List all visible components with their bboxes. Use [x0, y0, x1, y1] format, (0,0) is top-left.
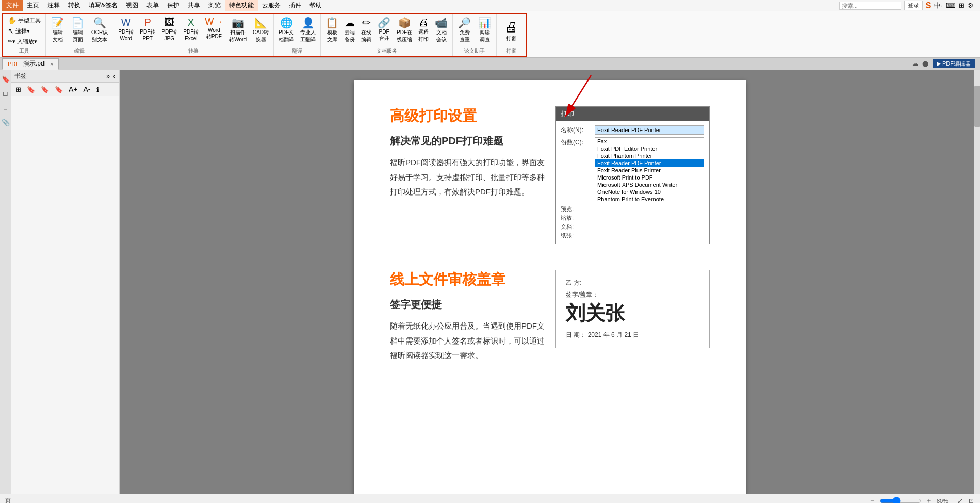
printer-ms-pdf[interactable]: Microsoft Print to PDF [595, 174, 704, 181]
menu-plugin[interactable]: 插件 [285, 0, 305, 11]
menu-share[interactable]: 共享 [184, 0, 204, 11]
fullscreen-button[interactable]: ⤢ [956, 497, 965, 504]
pdf-translate-button[interactable]: 🌐 PDF文 档翻译 [276, 15, 297, 45]
pdf-to-ppt-button[interactable]: P PDF转 PPT [137, 15, 158, 43]
translate-group-label: 翻译 [292, 46, 302, 55]
collapse-panel-button[interactable]: ‹ [112, 73, 116, 80]
bookmarks-panel: 书签 » ‹ ⊞ 🔖 🔖 🔖 A+ A- ℹ [11, 70, 120, 494]
menu-view[interactable]: 视图 [122, 0, 142, 11]
doc-tab-demo[interactable]: PDF 演示.pdf × [2, 58, 59, 70]
topbar-icon-mic[interactable]: 中· [934, 1, 943, 10]
printer-foxit-plus[interactable]: Foxit Reader Plus Printer [595, 167, 704, 174]
printer-foxit-phantom[interactable]: Foxit Phantom Printer [595, 152, 704, 159]
login-button[interactable]: 登录 [904, 1, 923, 10]
sig-party-label: 乙 方: [566, 279, 699, 287]
read-survey-button[interactable]: 📊 阅读 调查 [475, 15, 494, 45]
sidebar-icon-attachments[interactable]: 📎 [1, 118, 10, 127]
menu-file[interactable]: 文件 [2, 0, 23, 11]
page-info: 页 [5, 497, 11, 503]
bookmark-tool-1[interactable]: ⊞ [13, 85, 23, 94]
cloud-status-icon: ⬤ [922, 60, 928, 67]
topbar-icon-settings[interactable]: ⚙ [968, 2, 974, 9]
online-edit-button[interactable]: ✏ 在线 编辑 [358, 15, 374, 45]
print-name-label: 名称(N): [561, 126, 592, 135]
bookmark-tool-5[interactable]: A+ [67, 84, 80, 94]
ribbon-group-doc-service: 📋 模板 文库 ☁ 云端 备份 ✏ 在线 编辑 � [321, 14, 453, 56]
zoom-controls: － ＋ 80% ⤢ ⊡ [868, 496, 975, 504]
ribbon-group-edit: 📝 编辑 文档 📄 编辑 页面 🔍 OCR识 别文本 编辑 [46, 14, 113, 56]
menu-browse[interactable]: 浏览 [204, 0, 225, 11]
word-to-pdf-button[interactable]: W→ Word 转PDF [202, 15, 225, 42]
select-tool-button[interactable]: ↖ 选择▾ [5, 26, 43, 36]
ribbon-group-reading: 🔎 免费 查重 📊 阅读 调查 论文助手 [453, 14, 497, 56]
menu-special[interactable]: 特色功能 [225, 0, 258, 11]
menu-form[interactable]: 表单 [142, 0, 163, 11]
edit-page-button[interactable]: 📄 编辑 页面 [68, 15, 87, 45]
pdf-merge-button[interactable]: 🔗 PDF 合并 [375, 15, 393, 43]
pdf-to-jpg-button[interactable]: 🖼 PDF转 JPG [159, 15, 179, 43]
print-window-button[interactable]: 🖨 打窗 [500, 17, 522, 45]
printer-evernote[interactable]: Phantom Print to Evernote [595, 196, 704, 203]
print-dialog-illustration: 打印 名称(N): Foxit Reader PDF Printer 份数(C)… [555, 106, 710, 244]
printer-fax[interactable]: Fax [595, 138, 704, 145]
printer-onenote[interactable]: OneNote for Windows 10 [595, 188, 704, 196]
menu-home[interactable]: 主页 [23, 0, 43, 11]
cloud-backup-button[interactable]: ☁ 云端 备份 [342, 15, 357, 45]
signature-illustration: 乙 方: 签字/盖章： 刘关张 日 期： 2021 年 6 月 21 日 [555, 270, 710, 348]
menu-help[interactable]: 帮助 [305, 0, 326, 11]
menu-cloud[interactable]: 云服务 [258, 0, 285, 11]
edit-selection-button[interactable]: ✏▾ 入缩放▾ [5, 37, 43, 46]
bookmark-tool-4[interactable]: 🔖 [53, 85, 65, 94]
pdf-compress-button[interactable]: 📦 PDF在 线压缩 [394, 15, 415, 45]
pdf-to-word-button[interactable]: W PDF转 Word [116, 15, 136, 43]
printer-list[interactable]: Fax Foxit PDF Editor Printer Foxit Phant… [595, 137, 704, 203]
bookmark-tool-7[interactable]: ℹ [94, 85, 101, 94]
menu-comment[interactable]: 注释 [43, 0, 64, 11]
zoom-slider[interactable] [880, 498, 921, 504]
close-tab-button[interactable]: × [50, 61, 53, 67]
scan-to-word-button[interactable]: 📷 扫描件 转Word [226, 15, 249, 45]
ocr-button[interactable]: 🔍 OCR识 别文本 [88, 15, 111, 45]
edit-doc-button[interactable]: 📝 编辑 文档 [48, 15, 67, 45]
search-input[interactable] [839, 2, 901, 10]
bookmark-tool-2[interactable]: 🔖 [25, 85, 37, 94]
zoom-value-label: 80% [937, 498, 953, 504]
bookmark-tool-3[interactable]: 🔖 [39, 85, 51, 94]
expand-panel-button[interactable]: » [105, 73, 111, 80]
template-library-button[interactable]: 📋 模板 文库 [323, 15, 341, 45]
print-copies-label: 份数(C): [561, 137, 592, 147]
sidebar-icon-pages[interactable]: □ [1, 89, 10, 98]
menu-sign[interactable]: 填写&签名 [85, 0, 122, 11]
pdf-content-area[interactable]: 打印 名称(N): Foxit Reader PDF Printer 份数(C)… [120, 70, 980, 494]
sidebar-icon-bookmarks[interactable]: 🔖 [1, 74, 10, 84]
pdf-to-excel-button[interactable]: X PDF转 Excel [181, 15, 201, 43]
remote-print-button[interactable]: 🖨 远程 打印 [416, 15, 431, 44]
printer-ms-xps[interactable]: Microsoft XPS Document Writer [595, 181, 704, 188]
zoom-minus-button[interactable]: － [868, 496, 877, 504]
topbar-icon-grid[interactable]: ⊞ [959, 2, 965, 9]
sidebar-icon-layers[interactable]: ≡ [1, 103, 10, 112]
menu-convert[interactable]: 转换 [64, 0, 85, 11]
ribbon-toolbar: ✋ 手型工具 ↖ 选择▾ ✏▾ 入缩放▾ 工具 [0, 11, 980, 57]
section-print: 打印 名称(N): Foxit Reader PDF Printer 份数(C)… [390, 106, 710, 249]
fit-page-button[interactable]: ⊡ [968, 497, 975, 504]
doc-meeting-button[interactable]: 📹 文档 会议 [432, 15, 450, 45]
ribbon-group-convert: W PDF转 Word P PDF转 PPT 🖼 PDF转 JPG [113, 14, 274, 56]
printer-foxit-editor[interactable]: Foxit PDF Editor Printer [595, 145, 704, 152]
ribbon-group-tools: ✋ 手型工具 ↖ 选择▾ ✏▾ 入缩放▾ 工具 [3, 14, 46, 56]
bookmarks-content [11, 96, 119, 494]
pro-translate-button[interactable]: 👤 专业人 工翻译 [298, 15, 318, 45]
ribbon-group-print: 🖨 打窗 打窗 [497, 14, 526, 56]
topbar-icon-keyboard[interactable]: ⌨ [946, 2, 956, 9]
zoom-plus-button[interactable]: ＋ [924, 496, 934, 504]
vertical-scrollbar[interactable] [974, 70, 980, 494]
sig-name: 刘关张 [566, 300, 699, 327]
cad-converter-button[interactable]: 📐 CAD转 换器 [250, 15, 271, 45]
free-check-button[interactable]: 🔎 免费 查重 [455, 15, 474, 45]
bookmark-tool-6[interactable]: A- [81, 84, 93, 94]
printer-foxit-reader[interactable]: Foxit Reader PDF Printer [595, 159, 704, 167]
hand-tool-button[interactable]: ✋ 手型工具 [5, 15, 43, 25]
bookmarks-title: 书签 [14, 72, 27, 80]
cloud-sync-icon[interactable]: ☁ [912, 60, 918, 67]
menu-protect[interactable]: 保护 [163, 0, 184, 11]
